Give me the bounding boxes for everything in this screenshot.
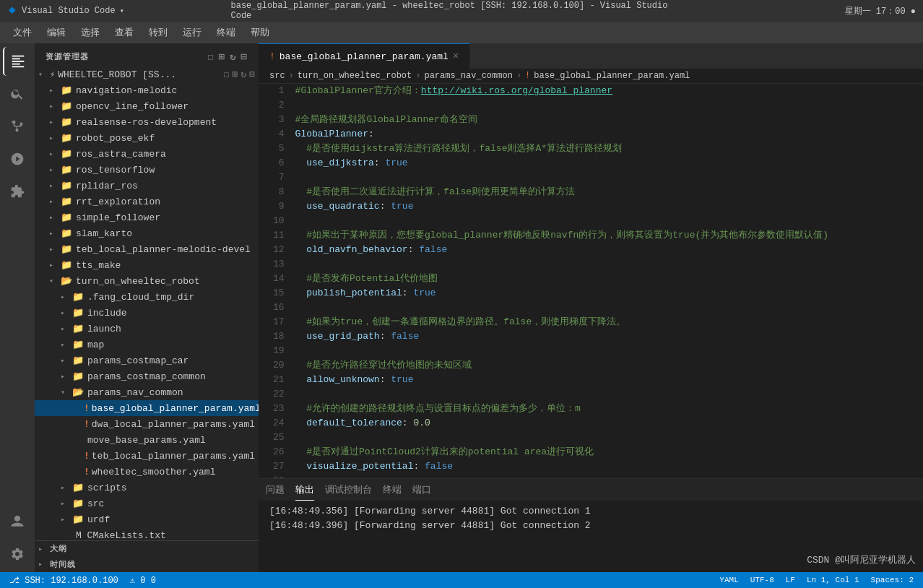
status-right-3[interactable]: Ln 1, Col 1 bbox=[805, 576, 862, 584]
tree-item-25[interactable]: ▸📁scripts bbox=[35, 480, 259, 496]
tree-item-3[interactable]: ▸📁robot_pose_ekf bbox=[35, 130, 259, 146]
new-folder-icon[interactable]: ⊞ bbox=[219, 51, 225, 63]
refresh-icon[interactable]: ↻ bbox=[230, 51, 236, 63]
collapse-icon2[interactable]: ⊟ bbox=[249, 69, 255, 80]
status-right-4[interactable]: Spaces: 2 bbox=[869, 576, 916, 584]
status-left-1[interactable]: ⚠ 0 0 bbox=[128, 575, 158, 586]
tree-item-17[interactable]: ▸📁params_costmap_car bbox=[35, 353, 259, 368]
tree-item-6[interactable]: ▸📁rplidar_ros bbox=[35, 178, 259, 194]
menu-item-帮助[interactable]: 帮助 bbox=[245, 23, 275, 42]
tree-item-28[interactable]: M CMakeLists.txt bbox=[35, 527, 259, 540]
collapse-icon[interactable]: ⊟ bbox=[241, 51, 248, 63]
menu-item-终端[interactable]: 终端 bbox=[211, 23, 241, 42]
tree-item-1[interactable]: ▸📁opencv_line_follower bbox=[35, 98, 259, 114]
panel-tab-端口[interactable]: 端口 bbox=[412, 480, 431, 501]
tree-file-icon-9: 📁 bbox=[61, 228, 72, 239]
tree-label-22: move_base_params.yaml bbox=[87, 435, 206, 446]
panel-tab-调试控制台[interactable]: 调试控制台 bbox=[325, 480, 372, 501]
tree-chevron-19: ▾ bbox=[61, 388, 72, 397]
dropdown-icon: ▾ bbox=[120, 7, 124, 15]
activity-debug[interactable] bbox=[3, 144, 32, 173]
tree-item-0[interactable]: ▸📁navigation-melodic bbox=[35, 82, 259, 98]
refresh-icon2[interactable]: ↻ bbox=[240, 69, 246, 80]
tree-root[interactable]: ▾ ⚡ WHEELTEC_ROBOT [SS... ☐ ⊞ ↻ ⊟ bbox=[35, 66, 259, 82]
tree-item-12[interactable]: ▾📂turn_on_wheeltec_robot bbox=[35, 273, 259, 289]
line-num-4: 4 bbox=[273, 127, 285, 142]
tree-label-0: navigation-melodic bbox=[76, 85, 177, 96]
tree-item-8[interactable]: ▸📁simple_follower bbox=[35, 209, 259, 225]
activity-settings[interactable] bbox=[3, 540, 32, 568]
tree-item-18[interactable]: ▸📁params_costmap_common bbox=[35, 368, 259, 384]
tree-item-15[interactable]: ▸📁launch bbox=[35, 321, 259, 337]
line-num-10: 10 bbox=[273, 214, 285, 228]
editor-content[interactable]: 1234567891011121314151617181920212223242… bbox=[259, 84, 923, 478]
breadcrumb-src: src bbox=[269, 71, 285, 81]
tree-file-icon-16: 📁 bbox=[72, 339, 84, 350]
menu-item-转到[interactable]: 转到 bbox=[143, 23, 173, 42]
status-bar: ⎇ SSH: 192.168.0.100⚠ 0 0 YAMLUTF-8LFLn … bbox=[0, 572, 923, 588]
active-tab[interactable]: ! base_global_planner_param.yaml × bbox=[259, 43, 470, 69]
tree-item-27[interactable]: ▸📁urdf bbox=[35, 511, 259, 527]
tree-item-7[interactable]: ▸📁rrt_exploration bbox=[35, 194, 259, 209]
line-num-7: 7 bbox=[273, 170, 285, 185]
tree-item-11[interactable]: ▸📁tts_make bbox=[35, 257, 259, 273]
line-num-21: 21 bbox=[273, 373, 285, 387]
tree-item-19[interactable]: ▾📂params_nav_common bbox=[35, 384, 259, 400]
tree-item-14[interactable]: ▸📁include bbox=[35, 305, 259, 321]
tree-item-20[interactable]: !base_global_planner_param.yaml bbox=[35, 400, 259, 416]
tree-file-icon-0: 📁 bbox=[61, 85, 72, 96]
tree-item-23[interactable]: !teb_local_planner_params.yaml bbox=[35, 448, 259, 464]
tree-chevron-15: ▸ bbox=[61, 324, 72, 333]
menu-item-编辑[interactable]: 编辑 bbox=[41, 23, 72, 42]
activity-account[interactable] bbox=[3, 507, 32, 536]
activity-git[interactable] bbox=[3, 112, 32, 141]
outline-section[interactable]: ▸ 大纲 bbox=[35, 540, 259, 556]
tree-item-21[interactable]: !dwa_local_planner_params.yaml bbox=[35, 416, 259, 432]
code-area[interactable]: #GlobalPlanner官方介绍：http://wiki.ros.org/g… bbox=[292, 84, 923, 478]
menu-item-文件[interactable]: 文件 bbox=[7, 23, 38, 42]
activity-bar bbox=[0, 43, 35, 572]
tree-item-16[interactable]: ▸📁map bbox=[35, 337, 259, 353]
tree-item-26[interactable]: ▸📁src bbox=[35, 496, 259, 511]
tree-item-9[interactable]: ▸📁slam_karto bbox=[35, 225, 259, 241]
status-left-0[interactable]: ⎇ SSH: 192.168.0.100 bbox=[7, 575, 121, 586]
tree-file-icon-27: 📁 bbox=[72, 514, 84, 525]
tree-item-24[interactable]: !wheeltec_smoother.yaml bbox=[35, 464, 259, 480]
activity-search[interactable] bbox=[3, 79, 32, 108]
timeline-section[interactable]: ▸ 时间线 bbox=[35, 556, 259, 572]
tree-item-4[interactable]: ▸📁ros_astra_camera bbox=[35, 146, 259, 162]
tree-item-2[interactable]: ▸📁realsense-ros-development bbox=[35, 114, 259, 130]
activity-extensions[interactable] bbox=[3, 177, 32, 206]
tree-chevron-13: ▸ bbox=[61, 293, 72, 301]
tree-label-12: turn_on_wheeltec_robot bbox=[76, 276, 200, 287]
code-line-22 bbox=[295, 387, 919, 402]
tree-item-5[interactable]: ▸📁ros_tensorflow bbox=[35, 162, 259, 178]
new-folder-icon2[interactable]: ⊞ bbox=[233, 69, 238, 80]
status-right-0[interactable]: YAML bbox=[717, 576, 740, 584]
status-right-2[interactable]: LF bbox=[784, 576, 797, 584]
breadcrumb-file: base_global_planner_param.yaml bbox=[534, 71, 690, 81]
menu-item-选择[interactable]: 选择 bbox=[75, 23, 105, 42]
new-file-icon2[interactable]: ☐ bbox=[224, 69, 230, 80]
tree-file-icon-24: ! bbox=[84, 467, 90, 477]
menu-item-查看[interactable]: 查看 bbox=[109, 23, 139, 42]
activity-explorer[interactable] bbox=[3, 47, 32, 76]
status-right-1[interactable]: UTF-8 bbox=[748, 576, 776, 584]
server-icon: ⚡ bbox=[50, 69, 55, 80]
menu-item-运行[interactable]: 运行 bbox=[177, 23, 207, 42]
title-bar: ⯁ Visual Studio Code ▾ base_global_plann… bbox=[0, 0, 923, 22]
tab-close-button[interactable]: × bbox=[453, 51, 459, 61]
editor-area: ! base_global_planner_param.yaml × src ›… bbox=[259, 43, 923, 572]
code-line-21: allow_unknown: true bbox=[295, 373, 919, 387]
tree-item-13[interactable]: ▸📁.fang_cloud_tmp_dir bbox=[35, 289, 259, 305]
panel: 问题输出调试控制台终端端口 [16:48:49.356] [Forwarding… bbox=[259, 478, 923, 572]
panel-tab-问题[interactable]: 问题 bbox=[266, 480, 285, 501]
panel-tab-输出[interactable]: 输出 bbox=[295, 480, 314, 501]
new-file-icon[interactable]: ☐ bbox=[207, 51, 214, 63]
line-num-8: 8 bbox=[273, 185, 285, 199]
tree-label-10: teb_local_planner-melodic-devel bbox=[76, 244, 251, 255]
sidebar-header: 资源管理器 ☐ ⊞ ↻ ⊟ bbox=[35, 43, 259, 66]
tree-item-10[interactable]: ▸📁teb_local_planner-melodic-devel bbox=[35, 241, 259, 257]
tree-item-22[interactable]: move_base_params.yaml bbox=[35, 432, 259, 448]
panel-tab-终端[interactable]: 终端 bbox=[383, 480, 402, 501]
